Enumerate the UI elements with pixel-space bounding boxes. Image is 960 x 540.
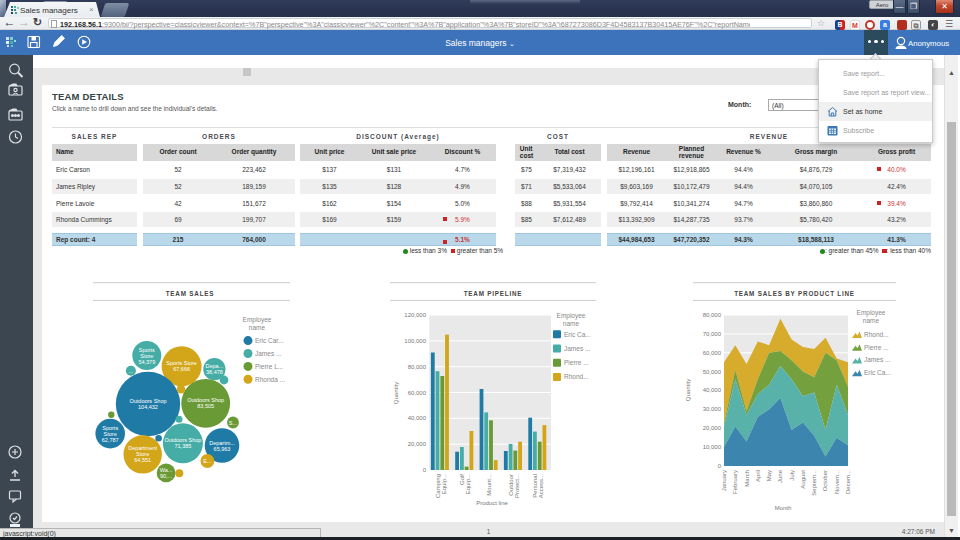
svg-text:Quantity: Quantity	[393, 382, 399, 404]
svg-text:10,000: 10,000	[703, 444, 722, 450]
svg-text:Eric Car...: Eric Car...	[255, 337, 284, 344]
svg-text:April: April	[755, 470, 761, 482]
svg-text:Rhond...: Rhond...	[564, 373, 589, 380]
svg-text:20,000: 20,000	[408, 441, 427, 447]
svg-text:Pierre ...: Pierre ...	[564, 359, 589, 366]
svg-text:May: May	[766, 470, 772, 481]
svg-text:...: ...	[129, 368, 134, 374]
svg-text:Rhond...: Rhond...	[864, 331, 889, 338]
svg-text:80,000: 80,000	[408, 364, 427, 370]
svg-text:James ...: James ...	[255, 350, 282, 357]
svg-text:Access...: Access...	[538, 474, 544, 499]
svg-text:90,...: 90,...	[160, 473, 173, 479]
svg-text:83,505: 83,505	[197, 403, 214, 409]
svg-text:Septem...: Septem...	[811, 470, 817, 496]
svg-text:104,432: 104,432	[138, 404, 158, 410]
svg-text:TEAM SALES BY PRODUCT LINE: TEAM SALES BY PRODUCT LINE	[734, 290, 855, 297]
svg-text:TEAM PIPELINE: TEAM PIPELINE	[464, 290, 523, 297]
svg-text:62,787: 62,787	[102, 437, 119, 443]
svg-text:50,000: 50,000	[703, 369, 722, 375]
svg-text:40,000: 40,000	[408, 415, 427, 421]
svg-text:TEAM SALES: TEAM SALES	[166, 290, 215, 297]
svg-text:Novem...: Novem...	[834, 470, 840, 494]
svg-text:Quantity: Quantity	[685, 379, 691, 401]
svg-text:August: August	[800, 470, 806, 489]
svg-text:Equip...: Equip...	[465, 474, 471, 495]
svg-text:54,379: 54,379	[138, 359, 155, 365]
svg-text:Pierre L...: Pierre L...	[255, 363, 283, 370]
svg-text:Eric Ca...: Eric Ca...	[564, 331, 591, 338]
svg-text:40,000: 40,000	[703, 387, 722, 393]
svg-text:Rhonda ...: Rhonda ...	[255, 376, 285, 383]
svg-text:Mount...: Mount...	[486, 474, 492, 496]
svg-text:E...: E...	[203, 458, 212, 464]
svg-text:80,000: 80,000	[703, 312, 722, 318]
svg-text:James ...: James ...	[564, 345, 591, 352]
svg-text:Month: Month	[775, 505, 792, 511]
svg-text:Decem...: Decem...	[845, 470, 851, 494]
svg-text:June: June	[777, 469, 783, 483]
svg-text:38,478: 38,478	[206, 369, 223, 375]
svg-text:0: 0	[718, 463, 722, 469]
svg-text:July: July	[789, 470, 795, 481]
svg-text:71,385: 71,385	[174, 443, 191, 449]
svg-text:Equip...: Equip...	[441, 474, 447, 495]
svg-text:30,000: 30,000	[703, 406, 722, 412]
svg-text:60,000: 60,000	[703, 350, 722, 356]
svg-text:March: March	[744, 470, 750, 487]
svg-text:Pierre ...: Pierre ...	[864, 344, 889, 351]
svg-text:65,963: 65,963	[214, 446, 231, 452]
svg-text:James ...: James ...	[864, 356, 891, 363]
svg-text:name: name	[863, 317, 880, 324]
svg-text:October: October	[822, 470, 828, 491]
svg-text:0: 0	[423, 467, 427, 473]
svg-text:100,000: 100,000	[404, 338, 426, 344]
svg-text:64,551: 64,551	[134, 457, 151, 463]
svg-text:60,000: 60,000	[408, 390, 427, 396]
svg-text:Eric Ca...: Eric Ca...	[864, 369, 891, 376]
svg-text:70,000: 70,000	[703, 331, 722, 337]
svg-text:20,000: 20,000	[703, 425, 722, 431]
svg-text:120,000: 120,000	[404, 312, 426, 318]
svg-text:67,666: 67,666	[173, 366, 190, 372]
svg-text:January: January	[721, 470, 727, 491]
svg-text:S...: S...	[229, 420, 238, 426]
svg-text:name: name	[249, 324, 266, 331]
svg-text:February: February	[732, 470, 738, 494]
svg-text:Protect...: Protect...	[514, 474, 520, 498]
svg-text:Product line: Product line	[476, 500, 508, 506]
svg-text:name: name	[563, 320, 580, 327]
